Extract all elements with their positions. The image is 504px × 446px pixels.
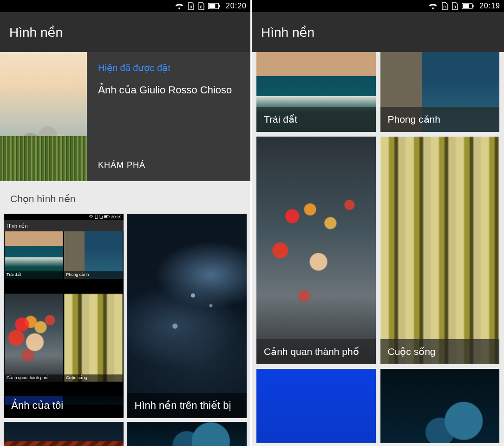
wifi-icon	[428, 2, 438, 10]
mini-status-time: 20:19	[111, 215, 122, 219]
explore-button[interactable]: KHÁM PHÁ	[87, 149, 250, 181]
mini-tile-life: Cuộc sống	[64, 374, 122, 382]
mini-header-title: Hình nền	[7, 223, 28, 229]
phone-screen-right: 0 0 20:19 Hình nền Trái đất Phong cảnh	[252, 0, 504, 446]
svg-text:0: 0	[443, 5, 445, 9]
category-tile-solid[interactable]	[256, 369, 376, 443]
category-tile-cityscape[interactable]: Cảnh quan thành phố	[256, 137, 376, 364]
app-header: Hình nền	[0, 12, 250, 52]
category-label: Cảnh quan thành phố	[256, 339, 376, 364]
svg-text:0: 0	[453, 5, 456, 9]
current-wallpaper-credit: Ảnh của Giulio Rosso Chioso	[98, 84, 239, 97]
wallpaper-category-grid: Trái đất Phong cảnh Cảnh quan thành phố …	[252, 52, 504, 443]
svg-text:0: 0	[200, 5, 202, 9]
battery-icon	[208, 3, 220, 9]
category-tile-scenery[interactable]: Phong cảnh	[380, 52, 500, 132]
battery-icon	[104, 215, 110, 219]
choose-wallpaper-heading: Chọn hình nền	[0, 181, 250, 214]
wallpaper-source-grid: 20:19 Hình nền Trái đất Phong cảnh Cảnh …	[0, 214, 250, 446]
mini-tile-earth: Trái đất	[5, 271, 63, 279]
svg-rect-3	[209, 4, 215, 8]
sim1-icon: 0	[188, 2, 194, 10]
svg-rect-11	[463, 4, 469, 8]
svg-rect-12	[472, 5, 473, 7]
svg-text:0: 0	[190, 5, 192, 9]
category-tile-earth[interactable]: Trái đất	[256, 52, 376, 132]
category-tile-bubbles[interactable]	[380, 369, 500, 443]
sim1-icon: 0	[441, 2, 448, 10]
currently-set-label: Hiện đã được đặt	[98, 62, 239, 73]
category-label: Phong cảnh	[380, 107, 500, 132]
page-title: Hình nền	[9, 25, 63, 40]
status-time: 20:19	[479, 2, 500, 10]
status-time: 20:20	[226, 2, 247, 10]
sim-icon	[95, 215, 98, 220]
svg-rect-4	[219, 5, 220, 7]
sim2-icon: 0	[452, 2, 458, 10]
current-wallpaper-card: Hiện đã được đặt Ảnh của Giulio Rosso Ch…	[0, 52, 250, 181]
tile-device-wallpapers[interactable]: Hình nền trên thiết bị	[127, 214, 247, 418]
svg-rect-6	[105, 216, 107, 218]
battery-icon	[462, 3, 474, 9]
status-bar: 0 0 20:20	[0, 0, 250, 12]
svg-rect-7	[109, 216, 110, 217]
sim-icon	[99, 215, 103, 220]
mini-tile-city: Cảnh quan thành phố	[5, 374, 63, 382]
current-wallpaper-info: Hiện đã được đặt Ảnh của Giulio Rosso Ch…	[87, 52, 250, 181]
tile-peek-right[interactable]	[127, 422, 247, 446]
page-title: Hình nền	[261, 25, 314, 40]
tile-device-wallpapers-label: Hình nền trên thiết bị	[127, 393, 247, 418]
tile-my-photos[interactable]: 20:19 Hình nền Trái đất Phong cảnh Cảnh …	[4, 214, 124, 418]
sim2-icon: 0	[198, 2, 204, 10]
wifi-icon	[175, 2, 184, 10]
mini-header: Hình nền	[4, 220, 124, 231]
status-bar: 0 0 20:19	[252, 0, 504, 12]
current-wallpaper-thumb[interactable]	[0, 52, 87, 181]
tile-my-photos-label: Ảnh của tôi	[4, 393, 124, 418]
mini-status-bar: 20:19	[4, 214, 124, 220]
phone-screen-left: 0 0 20:20 Hình nền Hiện đã được đặt Ảnh …	[0, 0, 252, 446]
category-tile-life[interactable]: Cuộc sống	[380, 137, 500, 364]
wifi-icon	[89, 215, 93, 219]
tile-peek-left[interactable]	[4, 422, 124, 446]
mini-tile-scenery: Phong cảnh	[64, 271, 122, 279]
mini-category-grid: Trái đất Phong cảnh Cảnh quan thành phố …	[4, 231, 124, 418]
category-label: Trái đất	[256, 107, 376, 132]
app-header: Hình nền	[252, 12, 504, 52]
category-label: Cuộc sống	[380, 339, 500, 364]
